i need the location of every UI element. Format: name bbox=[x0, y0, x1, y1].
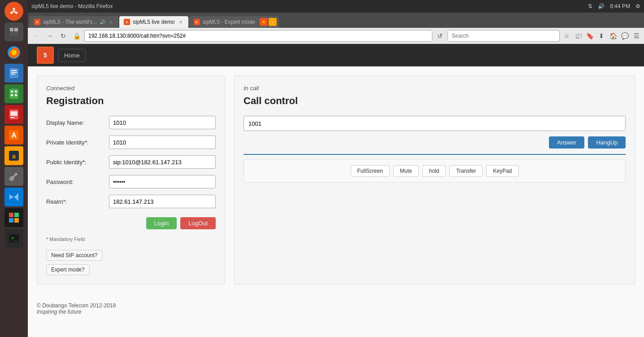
tab3-addon: ! bbox=[260, 18, 277, 26]
private-identity-input[interactable] bbox=[109, 136, 216, 149]
svg-rect-21 bbox=[15, 94, 17, 96]
need-sip-button[interactable]: Need SIP account? bbox=[46, 250, 102, 261]
address-bar[interactable] bbox=[84, 30, 432, 42]
calc-icon[interactable] bbox=[4, 84, 23, 103]
extra-links: Need SIP account? Expert mode? bbox=[46, 246, 216, 275]
menu-icon[interactable]: ☰ bbox=[631, 31, 641, 41]
realm-label: Realm*: bbox=[46, 198, 109, 205]
registration-panel: Connected Registration Display Name: Pri… bbox=[37, 75, 225, 284]
titlebar-text: sipML5 live demo - Mozilla Firefox bbox=[31, 3, 113, 9]
call-control-buttons: FullScreen Mute hold Transfer KeyPad bbox=[248, 163, 622, 179]
tab3-label: sipML5 - Expert mode bbox=[203, 19, 255, 25]
tab1-label: sipML5 - The world's... bbox=[43, 19, 97, 25]
answer-button[interactable]: Answer bbox=[549, 136, 584, 149]
clock: 8:44 PM bbox=[610, 3, 630, 9]
taskbar-window-icon[interactable] bbox=[4, 22, 23, 41]
titlebar-icon1: ⇅ bbox=[588, 3, 592, 9]
bookmark-star-icon[interactable]: ☆ bbox=[561, 31, 571, 41]
home-icon[interactable]: 🏠 bbox=[608, 31, 618, 41]
home-link[interactable]: Home bbox=[58, 49, 86, 62]
callee-input[interactable] bbox=[244, 116, 626, 131]
call-control-panel: In call Call control Answer HangUp FullS… bbox=[234, 75, 635, 284]
refresh-button[interactable]: ↺ bbox=[434, 30, 446, 42]
reading-mode-icon[interactable]: 📰 bbox=[573, 31, 583, 41]
stop-button[interactable]: 🔒 bbox=[71, 30, 83, 42]
search-input[interactable] bbox=[448, 30, 560, 42]
public-identity-label: Public Identity*: bbox=[46, 159, 109, 166]
tab1-close[interactable]: ✕ bbox=[108, 19, 114, 25]
realm-input[interactable] bbox=[109, 195, 216, 208]
mute-button[interactable]: Mute bbox=[393, 165, 419, 177]
titlebar: sipML5 live demo - Mozilla Firefox ⇅ 🔊 8… bbox=[28, 0, 644, 13]
svg-rect-19 bbox=[15, 91, 17, 92]
software-center-icon[interactable]: A bbox=[4, 126, 23, 144]
svg-point-12 bbox=[11, 50, 17, 55]
tab-sipml5-live[interactable]: B sipML5 live demo ✕ bbox=[119, 16, 188, 28]
pocket-icon[interactable]: 🔖 bbox=[585, 31, 595, 41]
app-header: 5 Home bbox=[28, 44, 644, 66]
svg-rect-24 bbox=[11, 117, 14, 118]
writer-icon[interactable] bbox=[4, 64, 23, 83]
display-name-label: Display Name: bbox=[46, 119, 109, 126]
svg-rect-31 bbox=[14, 213, 19, 217]
private-identity-row: Private Identity*: bbox=[46, 136, 216, 149]
vscode-icon[interactable] bbox=[4, 188, 23, 206]
tab-sipmls-worlds[interactable]: B sipML5 - The world's... 🔊 ✕ bbox=[30, 16, 118, 28]
tab2-favicon: B bbox=[124, 19, 130, 25]
display-name-row: Display Name: bbox=[46, 116, 216, 129]
svg-rect-30 bbox=[9, 213, 13, 217]
tab1-favicon: B bbox=[34, 19, 40, 25]
call-divider bbox=[244, 154, 626, 155]
transfer-button[interactable]: Transfer bbox=[449, 165, 483, 177]
ubuntu-icon[interactable] bbox=[4, 2, 23, 21]
hangup-button[interactable]: HangUp bbox=[588, 136, 626, 149]
forward-button[interactable]: → bbox=[44, 30, 56, 42]
download-icon[interactable]: ⬇ bbox=[596, 31, 606, 41]
footer: © Doubango Telecom 2012-2018 Inspiring t… bbox=[28, 293, 644, 324]
addon-badge-yellow: ! bbox=[269, 18, 277, 26]
private-identity-label: Private Identity*: bbox=[46, 139, 109, 146]
tab1-speaker: 🔊 bbox=[100, 20, 105, 25]
login-button[interactable]: LogIn bbox=[146, 217, 177, 229]
svg-rect-32 bbox=[9, 218, 13, 223]
expert-mode-button[interactable]: Expert mode? bbox=[46, 264, 90, 275]
reload-button[interactable]: ↻ bbox=[57, 30, 69, 42]
keypad-button[interactable]: KeyPad bbox=[486, 165, 518, 177]
svg-text:a: a bbox=[12, 153, 16, 160]
svg-rect-15 bbox=[11, 72, 17, 73]
unity-icon[interactable] bbox=[4, 208, 23, 227]
password-input[interactable] bbox=[109, 175, 216, 188]
svg-rect-33 bbox=[14, 218, 19, 223]
svg-text:>_: >_ bbox=[11, 235, 17, 241]
logout-button[interactable]: LogOut bbox=[180, 217, 216, 229]
html5-logo: 5 bbox=[37, 47, 54, 64]
display-name-input[interactable] bbox=[109, 116, 216, 129]
tab-expert-mode[interactable]: B sipML5 - Expert mode ! ✕ bbox=[189, 16, 279, 28]
chat-icon[interactable]: 💬 bbox=[620, 31, 630, 41]
call-actions: Answer HangUp bbox=[244, 136, 626, 149]
main-content: Connected Registration Display Name: Pri… bbox=[28, 66, 644, 293]
firefox-icon[interactable] bbox=[4, 43, 23, 62]
impress-icon[interactable] bbox=[4, 105, 23, 124]
svg-rect-18 bbox=[11, 91, 13, 92]
svg-rect-23 bbox=[10, 111, 17, 116]
svg-text:A: A bbox=[11, 131, 17, 139]
svg-point-0 bbox=[9, 6, 19, 17]
registration-status: Connected bbox=[46, 85, 216, 92]
realm-row: Realm*: bbox=[46, 195, 216, 208]
terminal-icon[interactable]: >_ bbox=[4, 229, 23, 248]
amazon-icon[interactable]: a bbox=[4, 146, 23, 165]
public-identity-row: Public Identity*: bbox=[46, 155, 216, 169]
volume-icon: 🔊 bbox=[598, 3, 605, 9]
back-button[interactable]: ← bbox=[30, 30, 42, 42]
fullscreen-button[interactable]: FullScreen bbox=[351, 165, 390, 177]
public-identity-input[interactable] bbox=[109, 155, 216, 169]
mandatory-note: * Mandatory Field bbox=[46, 236, 216, 242]
tab2-close[interactable]: ✕ bbox=[178, 19, 184, 25]
copyright-text: © Doubango Telecom 2012-2018 bbox=[37, 302, 635, 309]
hold-button[interactable]: hold bbox=[422, 165, 446, 177]
password-label: Password: bbox=[46, 179, 109, 185]
registration-title: Registration bbox=[46, 95, 216, 107]
svg-rect-13 bbox=[9, 68, 18, 78]
tools-icon[interactable] bbox=[4, 167, 23, 186]
